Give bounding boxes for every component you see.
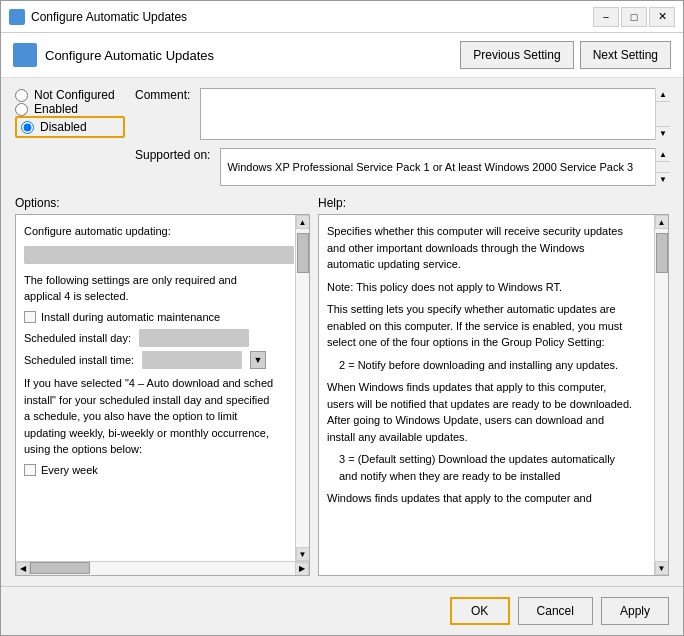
left-panel: Configure automatic updating: The follow… <box>15 214 310 576</box>
radio-group: Not Configured Enabled Disabled <box>15 88 125 196</box>
time-dropdown-arrow[interactable]: ▼ <box>250 351 266 369</box>
left-panel-scrollbar-v: ▲ ▼ <box>295 215 309 561</box>
radio-enabled: Enabled <box>15 102 125 116</box>
every-week-row: Every week <box>24 462 275 479</box>
ok-button[interactable]: OK <box>450 597 510 625</box>
left-panel-inner: Configure automatic updating: The follow… <box>24 223 291 478</box>
header-title: Configure Automatic Updates <box>45 48 452 63</box>
next-setting-button[interactable]: Next Setting <box>580 41 671 69</box>
supported-scroll-track <box>656 162 669 172</box>
following-text: The following settings are only required… <box>24 272 275 305</box>
header-row: Configure Automatic Updates Previous Set… <box>1 33 683 78</box>
supported-section: Supported on: Windows XP Professional Se… <box>135 148 669 186</box>
not-configured-label: Not Configured <box>34 88 115 102</box>
comment-scrollbar: ▲ ▼ <box>655 88 669 140</box>
scheduled-day-dropdown[interactable] <box>139 329 249 347</box>
help-text2: This setting lets you specify whether au… <box>327 301 634 351</box>
left-panel-scrollbar-h: ◀ ▶ <box>16 561 309 575</box>
comment-scroll-track <box>656 102 669 126</box>
disabled-radio[interactable] <box>21 121 34 134</box>
left-hscroll-right[interactable]: ▶ <box>295 562 309 576</box>
install-checkbox-row: Install during automatic maintenance <box>24 309 275 326</box>
help-text3: When Windows finds updates that apply to… <box>327 379 634 445</box>
supported-label: Supported on: <box>135 148 210 162</box>
install-checkbox[interactable] <box>24 311 36 323</box>
cancel-button[interactable]: Cancel <box>518 597 593 625</box>
comment-scroll-down[interactable]: ▼ <box>656 126 670 140</box>
scheduled-time-row: Scheduled install time: ▼ <box>24 351 275 369</box>
enabled-radio[interactable] <box>15 103 28 116</box>
enabled-label: Enabled <box>34 102 78 116</box>
supported-box: Windows XP Professional Service Pack 1 o… <box>220 148 669 186</box>
header-icon <box>13 43 37 67</box>
right-panel: Specifies whether this computer will rec… <box>318 214 669 576</box>
help-label: Help: <box>318 196 346 210</box>
supported-scroll-down[interactable]: ▼ <box>656 172 670 186</box>
right-panel-scrollbar-v: ▲ ▼ <box>654 215 668 575</box>
options-header: Options: <box>15 196 310 210</box>
left-scroll-track[interactable] <box>296 229 309 547</box>
disabled-label: Disabled <box>40 120 87 134</box>
supported-scroll-up[interactable]: ▲ <box>656 148 670 162</box>
supported-scrollbar: ▲ ▼ <box>655 148 669 186</box>
panels-header: Options: Help: <box>15 196 669 210</box>
help-header: Help: <box>310 196 669 210</box>
options-label: Options: <box>15 196 60 210</box>
panels-row: Configure automatic updating: The follow… <box>15 214 669 576</box>
comment-scroll-up[interactable]: ▲ <box>656 88 670 102</box>
left-panel-content: Configure automatic updating: The follow… <box>16 215 309 561</box>
previous-setting-button[interactable]: Previous Setting <box>460 41 573 69</box>
scheduled-time-label: Scheduled install time: <box>24 352 134 369</box>
configure-label: Configure automatic updating: <box>24 223 275 240</box>
not-configured-radio[interactable] <box>15 89 28 102</box>
configure-dropdown[interactable] <box>24 246 294 264</box>
left-scroll-up[interactable]: ▲ <box>296 215 310 229</box>
help-note: Note: This policy does not apply to Wind… <box>327 279 634 296</box>
title-bar-text: Configure Automatic Updates <box>31 10 593 24</box>
supported-text: Windows XP Professional Service Pack 1 o… <box>227 161 649 173</box>
left-scroll-thumb[interactable] <box>297 233 309 273</box>
comment-box-wrap: ▲ ▼ <box>200 88 669 140</box>
window-icon <box>9 9 25 25</box>
left-hscroll-thumb[interactable] <box>30 562 90 574</box>
auto-download-text: If you have selected "4 – Auto download … <box>24 375 275 458</box>
help-option3: 3 = (Default setting) Download the updat… <box>327 451 634 484</box>
radio-disabled: Disabled <box>15 116 125 138</box>
right-panel-content: Specifies whether this computer will rec… <box>319 215 668 575</box>
radio-not-configured: Not Configured <box>15 88 125 102</box>
every-week-checkbox[interactable] <box>24 464 36 476</box>
minimize-button[interactable]: − <box>593 7 619 27</box>
comment-label: Comment: <box>135 88 190 102</box>
header-buttons: Previous Setting Next Setting <box>460 41 671 69</box>
footer-row: OK Cancel Apply <box>1 586 683 635</box>
install-label: Install during automatic maintenance <box>41 309 220 326</box>
top-section: Not Configured Enabled Disabled Comment: <box>15 88 669 196</box>
left-scroll-down[interactable]: ▼ <box>296 547 310 561</box>
right-fields: Comment: ▲ ▼ Supported on: <box>135 88 669 196</box>
right-scroll-thumb[interactable] <box>656 233 668 273</box>
help-option2: 2 = Notify before downloading and instal… <box>327 357 634 374</box>
left-hscroll-left[interactable]: ◀ <box>16 562 30 576</box>
close-button[interactable]: ✕ <box>649 7 675 27</box>
title-bar-controls: − □ ✕ <box>593 7 675 27</box>
scheduled-day-row: Scheduled install day: <box>24 329 275 347</box>
right-scroll-up[interactable]: ▲ <box>655 215 669 229</box>
main-window: Configure Automatic Updates − □ ✕ Config… <box>0 0 684 636</box>
right-panel-inner: Specifies whether this computer will rec… <box>327 223 650 507</box>
right-scroll-track[interactable] <box>655 229 668 561</box>
content-area: Not Configured Enabled Disabled Comment: <box>1 78 683 586</box>
apply-button[interactable]: Apply <box>601 597 669 625</box>
scheduled-time-dropdown[interactable] <box>142 351 242 369</box>
supported-box-wrap: Windows XP Professional Service Pack 1 o… <box>220 148 669 186</box>
scheduled-day-label: Scheduled install day: <box>24 330 131 347</box>
left-hscroll-track[interactable] <box>30 562 295 575</box>
help-text4: Windows finds updates that apply to the … <box>327 490 634 507</box>
every-week-label: Every week <box>41 462 98 479</box>
comment-section: Comment: ▲ ▼ <box>135 88 669 140</box>
maximize-button[interactable]: □ <box>621 7 647 27</box>
title-bar: Configure Automatic Updates − □ ✕ <box>1 1 683 33</box>
help-text1: Specifies whether this computer will rec… <box>327 223 634 273</box>
right-scroll-down[interactable]: ▼ <box>655 561 669 575</box>
comment-box[interactable] <box>200 88 669 140</box>
